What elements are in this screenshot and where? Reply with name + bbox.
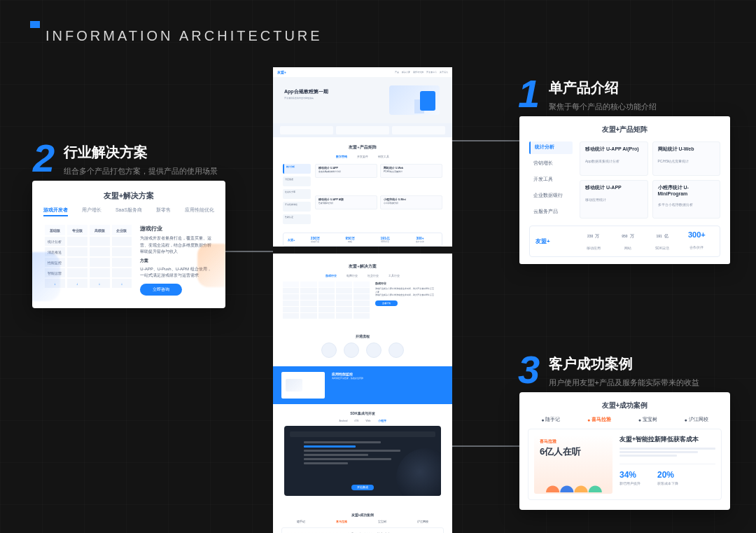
callout-1-number: 1: [518, 74, 540, 113]
card1-side-item: 云服务产品: [529, 206, 573, 219]
brand-tab: ● 宝宝树: [638, 416, 657, 423]
tab: 游戏行业: [326, 274, 337, 277]
sdk-tab: iOS: [355, 420, 359, 422]
card3-info: 友盟+智能拉新降低获客成本 34%新增用户提升 20%获客成本下降: [620, 435, 715, 494]
card2-tabs: 游戏开发者 用户增长 SaaS服务商 新零售 应用性能优化: [32, 207, 225, 216]
hero-illustration: [389, 85, 440, 115]
card3-title: 友盟+成功案例: [519, 401, 730, 410]
card3-heading: 友盟+智能拉新降低获客成本: [620, 435, 715, 445]
tab: 研发工具: [378, 155, 389, 158]
callout-3-title: 客户成功案例: [549, 354, 699, 373]
brand-tab: 喜马拉雅: [336, 520, 347, 523]
tab: 开发套件: [357, 155, 368, 158]
product-card: 移动统计 U-APP全面的App数据统计分析: [315, 164, 377, 178]
side-item: 消息推送: [283, 176, 311, 186]
site-logo: 友盟+: [277, 70, 286, 74]
card2-tab: SaaS服务商: [115, 207, 142, 216]
sdk-tab: 小程序: [378, 420, 386, 422]
callout-3-sub: 用户使用友盟+产品及服务能实际带来的收益: [549, 378, 699, 388]
brand-tab: ● 随手记: [541, 416, 560, 423]
product-card: 移动统计 U-APP AI版智能洞察与分析: [315, 195, 377, 209]
site-nav: 友盟+ 产品 解决方案 服务与支持 开发者中心 关于我们: [273, 67, 452, 77]
card1-product-cell: 网站统计 U-WebPC/H5站点流量统计: [652, 141, 721, 176]
tab: 电商行业: [346, 274, 358, 277]
sdk-tab: Android: [339, 420, 347, 422]
card1-product-cell: 移动统计 U-APP AI(Pro)App数据采集统计分析: [580, 141, 648, 176]
hero-sub-band: [273, 123, 452, 137]
detail-card-solutions: 友盟+解决方案 游戏开发者 用户增长 SaaS服务商 新零售 应用性能优化 基础…: [32, 181, 225, 308]
product-card: 网站统计 U-WebPC/H5站点流量统计: [380, 164, 442, 178]
solutions-tabs: 游戏行业 电商行业 社交行业 工具行业: [283, 274, 442, 277]
nav-item: 服务与支持: [413, 71, 424, 74]
callout-2-number: 2: [33, 139, 55, 178]
solution-desc: 游戏行业 游戏行业解决方案覆盖游戏全生命周期，助力开发者精细化运营 方案 游戏行…: [375, 282, 442, 319]
card3-brands: ● 随手记 ● 喜马拉雅 ● 宝宝树 ● 沪江网校: [519, 416, 730, 429]
card1-side-item: 营销增长: [529, 158, 573, 170]
card2-title: 友盟+解决方案: [32, 191, 225, 201]
sdk-tab: Web: [365, 420, 370, 422]
card2-tab: 新零售: [156, 207, 171, 216]
side-item: 应用性能监控: [283, 202, 311, 212]
brand-tab: 宝宝树: [378, 520, 386, 523]
connector-line-3: [452, 445, 519, 447]
side-item: 社会化分享: [283, 189, 311, 199]
tab: 工具行业: [388, 274, 400, 277]
callout-1: 1 单产品介绍 聚焦于每个产品的核心功能介绍: [518, 74, 657, 113]
connector-line-1: [452, 140, 519, 141]
page-heading: INFORMATION ARCHITECTURE: [46, 21, 323, 44]
center-website-mock: 友盟+ 产品 解决方案 服务与支持 开发者中心 关于我们 App合规教程第一期 …: [273, 67, 452, 533]
brand-tab: 随手记: [297, 520, 305, 523]
case-section: 友盟+成功案例 随手记 喜马拉雅 宝宝树 沪江网校 喜马拉雅 6亿人在听 友盟+…: [273, 506, 452, 533]
detail-card-case: 友盟+成功案例 ● 随手记 ● 喜马拉雅 ● 宝宝树 ● 沪江网校 喜马拉雅 6…: [519, 392, 730, 510]
decor-blob: [32, 252, 60, 301]
sdk-title: SDK集成与开发: [280, 411, 445, 415]
callout-2: 2 行业解决方案 组合多个产品打包方案，提供产品的使用场景: [33, 139, 218, 178]
hero-sub: 开发者隐私合规自查与整改指南: [284, 97, 328, 99]
solution-cta-button: 查看详情: [375, 300, 398, 307]
nav-item: 产品: [395, 71, 399, 74]
side-item: 统计分析: [283, 164, 311, 174]
brand-tab: ● 喜马拉雅: [587, 416, 611, 423]
connector-line-2: [225, 251, 273, 252]
callout-3-number: 3: [518, 350, 540, 389]
nav-item: 开发者中心: [426, 71, 437, 74]
card2-tab: 应用性能优化: [185, 207, 214, 216]
nav-item: 关于我们: [440, 71, 448, 74]
code-console: 开始集成: [284, 426, 441, 496]
card2-cta-button: 立即咨询: [140, 284, 182, 296]
apm-sub: 实时监控应用性能，快速定位问题: [332, 377, 363, 380]
detail-card-products: 友盟+产品矩阵 统计分析 营销增长 开发工具 企业数据银行 云服务产品 移动统计…: [519, 116, 730, 264]
solutions-title: 友盟+解决方案: [283, 256, 442, 274]
callout-1-sub: 聚焦于每个产品的核心功能介绍: [549, 102, 657, 112]
apm-banner: 应用性能监控 实时监控应用性能，快速定位问题: [273, 366, 452, 404]
hero-section: App合规教程第一期 开发者隐私合规自查与整改指南: [273, 77, 452, 123]
tab: 社交行业: [368, 274, 379, 277]
brand-tab: ● 沪江网校: [685, 416, 708, 423]
side-item: 智能认证: [283, 214, 311, 224]
hero-title: App合规教程第一期: [284, 88, 328, 95]
card1-title: 友盟+产品矩阵: [519, 125, 730, 134]
decor-blob: [197, 244, 225, 287]
sdk-cta-button: 开始集成: [351, 485, 374, 490]
page-heading-wrap: INFORMATION ARCHITECTURE: [30, 21, 323, 44]
card1-product-cell: 小程序统计 U-MiniProgram多平台小程序数据分析: [652, 180, 721, 219]
stats-bar: 友盟+ 230万移动应用 950万网站 191亿SDK日活 300+合作伙伴: [283, 233, 442, 247]
card3-illustration: 喜马拉雅 6亿人在听: [534, 435, 612, 494]
brand-tab: 沪江网校: [417, 520, 428, 523]
callout-1-title: 单产品介绍: [549, 78, 657, 97]
nav-item: 解决方案: [402, 71, 410, 74]
sdk-section: SDK集成与开发 Android iOS Web 小程序 开始集成: [273, 404, 452, 506]
card1-stats-bar: 友盟+ 230 万移动应用 950 万网站 191 亿SDK日活 300+合作伙…: [529, 226, 720, 257]
process-title: 开通流程: [280, 334, 445, 338]
card1-side-item: 统计分析: [529, 141, 573, 154]
card2-tab: 游戏开发者: [43, 207, 68, 216]
products-matrix: 统计分析 消息推送 社会化分享 应用性能监控 智能认证 移动统计 U-APP全面…: [273, 158, 452, 233]
products-title: 友盟+产品矩阵: [273, 137, 452, 155]
apm-title: 应用性能监控: [332, 372, 445, 377]
case-title: 友盟+成功案例: [281, 513, 444, 517]
callout-3: 3 客户成功案例 用户使用友盟+产品及服务能实际带来的收益: [518, 350, 699, 389]
card2-tab: 用户增长: [82, 207, 102, 216]
card1-product-cell: 移动统计 U-APP移动应用统计: [580, 180, 648, 219]
callout-2-title: 行业解决方案: [64, 143, 218, 162]
tab: 数字营销: [336, 155, 347, 158]
